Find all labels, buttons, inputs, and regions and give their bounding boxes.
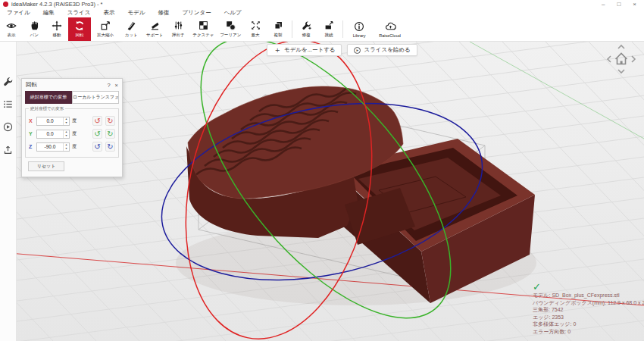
x-angle-field[interactable]: ▲▼ <box>36 117 70 126</box>
viewport-actions: ＋ モデルを...ートする ▸ スライスを始める <box>267 44 417 56</box>
menu-model[interactable]: モデル <box>127 9 145 17</box>
minimize-button[interactable]: – <box>602 1 605 8</box>
edges-line: エッジ: 2353 <box>533 314 644 321</box>
tool-raisecloud[interactable]: RaiseCloud <box>373 17 408 41</box>
pan-up-icon <box>618 45 624 48</box>
texture-icon <box>199 20 208 31</box>
x-angle-input[interactable] <box>37 117 63 125</box>
bounding-box-line: バウンディングボックス(mm): 112.9 x 68.0 x 22.8 <box>533 299 644 307</box>
check-icon: ✓ <box>533 283 644 292</box>
z-angle-field[interactable]: ▲▼ <box>36 142 70 152</box>
rotate-dialog-header[interactable]: 回転 ? × <box>22 79 122 89</box>
tool-move[interactable]: 移動 <box>45 17 68 41</box>
tab-absolute-coordinates[interactable]: 絶対座標での変形 <box>25 91 72 104</box>
tool-scale[interactable]: 拡大縮小 <box>91 17 120 41</box>
pan-down-icon <box>618 70 624 73</box>
library-icon <box>354 21 364 33</box>
dialog-help-button[interactable]: ? <box>107 82 110 89</box>
menu-view[interactable]: 表示 <box>103 9 114 17</box>
menu-bar: ファイル 編集 スライス 表示 モデル 修復 プリンター ヘルプ <box>0 8 644 17</box>
eye-icon <box>6 20 17 31</box>
duplicate-icon <box>274 20 283 31</box>
rotate-dialog-title: 回転 <box>26 81 37 89</box>
tool-boolean[interactable]: ブーリアン <box>217 17 244 41</box>
wrench-icon[interactable] <box>3 77 13 86</box>
import-model-button[interactable]: ＋ モデルを...ートする <box>267 44 342 56</box>
toolbar-separator <box>292 20 292 38</box>
axis-row-z: Z ▲▼ 度 ↺ ↻ <box>29 142 115 152</box>
rotate-z-cw-button[interactable]: ↻ <box>105 142 115 152</box>
tool-support[interactable]: サポート <box>142 17 167 41</box>
rotate-icon <box>74 20 85 31</box>
model-name-line: モデル: SD_Box_plus_CFexpress.stl <box>533 292 644 299</box>
y-angle-input[interactable] <box>37 130 63 138</box>
tool-library[interactable]: Library <box>345 17 373 41</box>
extruder-icon <box>174 20 183 31</box>
rotate-y-cw-button[interactable]: ↻ <box>105 129 115 139</box>
plus-icon: ＋ <box>274 47 281 53</box>
boolean-icon <box>226 20 236 31</box>
play-circle-icon: ▸ <box>354 47 361 54</box>
rotate-x-ccw-button[interactable]: ↺ <box>92 116 102 126</box>
rotate-x-cw-button[interactable]: ↻ <box>105 116 115 126</box>
tool-cut[interactable]: カット <box>120 17 142 41</box>
repair-icon <box>302 20 311 31</box>
absolute-transform-group: 絶対座標での変形 X ▲▼ 度 ↺ ↻ Y ▲▼ 度 <box>25 108 119 158</box>
view-navigation-control[interactable] <box>605 42 638 79</box>
menu-slice[interactable]: スライス <box>67 9 91 17</box>
rotate-dialog: 回転 ? × 絶対座標での変形 ローカルトランスフォーム 絶対座標での変形 X … <box>21 78 123 177</box>
y-angle-field[interactable]: ▲▼ <box>36 130 70 139</box>
menu-file[interactable]: ファイル <box>7 9 30 17</box>
scale-icon <box>100 20 111 31</box>
tool-duplicate[interactable]: 複製 <box>267 17 289 41</box>
pan-right-icon <box>632 56 635 62</box>
tool-rotate[interactable]: 回転 <box>68 17 91 41</box>
menu-help[interactable]: ヘルプ <box>224 9 242 17</box>
tool-max-fit[interactable]: 最大 <box>244 17 267 41</box>
menu-printer[interactable]: プリンター <box>182 9 211 17</box>
maximize-button[interactable]: □ <box>617 1 621 8</box>
tool-connect[interactable]: 接続 <box>317 17 340 41</box>
tab-local-transform[interactable]: ローカルトランスフォーム <box>72 91 119 104</box>
window-title: ideaMaker 4.2.3 (RAISE3D Pro3) - * <box>11 1 102 8</box>
toolbar-separator <box>342 20 343 38</box>
side-tool-strip <box>0 42 17 341</box>
tool-extruder[interactable]: 押出子 <box>167 17 189 41</box>
z-angle-input[interactable] <box>37 143 63 151</box>
home-icon <box>616 54 627 64</box>
y-angle-spinner[interactable]: ▲▼ <box>63 130 69 138</box>
pan-left-icon <box>608 56 611 62</box>
viewport-3d[interactable]: ＋ モデルを...ートする ▸ スライスを始める <box>0 42 644 341</box>
x-angle-spinner[interactable]: ▲▼ <box>63 117 69 125</box>
tool-repair[interactable]: 修復 <box>295 17 317 41</box>
support-icon <box>150 20 160 31</box>
tool-view[interactable]: 表示 <box>0 17 23 41</box>
maximize-fit-icon <box>251 20 261 31</box>
upload-icon[interactable] <box>3 145 13 155</box>
app-logo-icon <box>3 2 8 7</box>
close-button[interactable]: × <box>633 1 636 8</box>
z-angle-spinner[interactable]: ▲▼ <box>63 143 69 151</box>
axis-row-y: Y ▲▼ 度 ↺ ↻ <box>29 129 115 139</box>
model-info-panel: ✓ モデル: SD_Box_plus_CFexpress.stl バウンディング… <box>533 283 644 335</box>
dialog-close-button[interactable]: × <box>115 82 118 89</box>
list-icon[interactable] <box>3 99 13 109</box>
rotate-z-ccw-button[interactable]: ↺ <box>92 142 102 152</box>
rotate-y-ccw-button[interactable]: ↺ <box>92 129 102 139</box>
main-toolbar: 表示 パン 移動 回転 拡大縮小 カット サポート <box>0 17 644 42</box>
start-slice-button[interactable]: ▸ スライスを始める <box>347 44 417 56</box>
error-orientation-line: エラー方向数: 0 <box>533 328 644 336</box>
play-circle-icon[interactable] <box>3 122 13 132</box>
tool-texture[interactable]: テクスチャ <box>189 17 217 41</box>
tool-pan[interactable]: パン <box>23 17 45 41</box>
title-bar: ideaMaker 4.2.3 (RAISE3D Pro3) - * – □ × <box>0 0 644 8</box>
triangles-line: 三角形: 7542 <box>533 306 644 314</box>
raisecloud-icon <box>385 21 396 33</box>
menu-repair[interactable]: 修復 <box>158 9 169 17</box>
rotate-dialog-tabs: 絶対座標での変形 ローカルトランスフォーム <box>22 89 122 104</box>
hand-icon <box>30 20 39 31</box>
axis-row-x: X ▲▼ 度 ↺ ↻ <box>29 116 115 126</box>
reset-button[interactable]: リセット <box>28 161 64 171</box>
move-icon <box>52 20 62 31</box>
menu-edit[interactable]: 編集 <box>43 9 55 17</box>
